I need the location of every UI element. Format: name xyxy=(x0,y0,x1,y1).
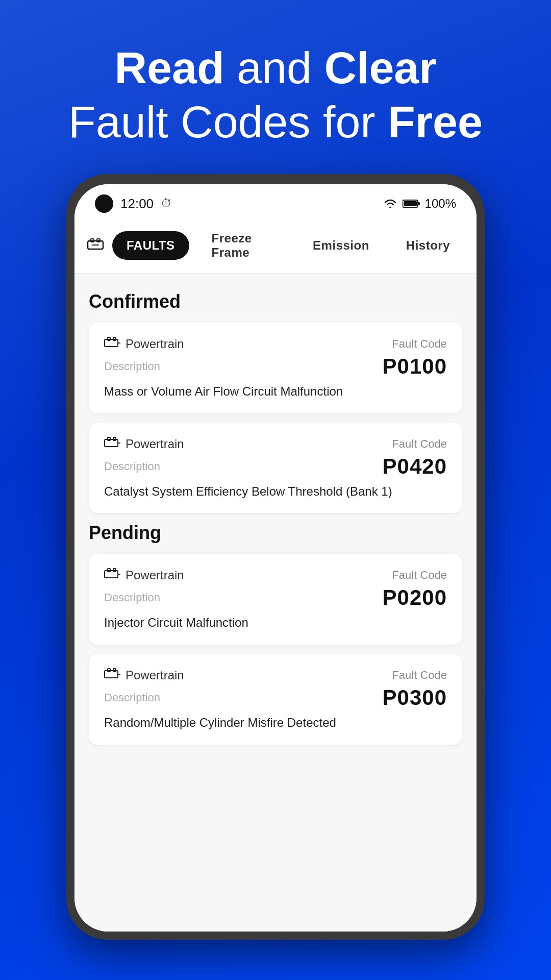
status-bar: 12:00 ⏱ 100% xyxy=(74,184,477,218)
tab-history[interactable]: History xyxy=(392,231,464,260)
fault-desc-p0420: Catalyst System Efficiency Below Thresho… xyxy=(104,483,447,500)
timer-icon: ⏱ xyxy=(161,197,172,210)
phone-notch xyxy=(245,174,306,183)
engine-icon-4 xyxy=(104,667,120,683)
fault-desc-p0300: Random/Multiple Cylinder Misfire Detecte… xyxy=(104,714,447,731)
fault-desc-p0100: Mass or Volume Air Flow Circuit Malfunct… xyxy=(104,383,447,400)
tab-bar: Faults Freeze Frame Emission History xyxy=(74,218,477,274)
system-powertrain-4: Powertrain xyxy=(104,667,184,683)
camera-icon xyxy=(95,194,113,213)
svg-rect-2 xyxy=(418,202,420,205)
status-time: 12:00 xyxy=(120,196,154,212)
fault-code-p0420: P0420 xyxy=(383,454,447,479)
hero-clear: Clear xyxy=(324,42,436,93)
wifi-icon xyxy=(383,199,397,209)
hero-free: Free xyxy=(388,96,483,147)
engine-icon-3 xyxy=(104,567,120,583)
status-left: 12:00 ⏱ xyxy=(95,194,172,213)
system-powertrain-2: Powertrain xyxy=(104,436,184,452)
tab-freeze-frame[interactable]: Freeze Frame xyxy=(197,224,291,267)
fault-code-p0100: P0100 xyxy=(383,354,447,379)
phone-device: 12:00 ⏱ 100% xyxy=(66,174,485,940)
fault-desc-p0200: Injector Circuit Malfunction xyxy=(104,614,447,631)
hero-section: Read and Clear Fault Codes for Free xyxy=(38,41,513,149)
hero-read: Read xyxy=(114,42,224,93)
fault-card-p0100[interactable]: Powertrain Fault Code Description P0100 … xyxy=(89,323,462,413)
system-powertrain-1: Powertrain xyxy=(104,336,184,352)
tab-emission[interactable]: Emission xyxy=(298,231,384,260)
svg-rect-1 xyxy=(404,201,417,206)
obd-icon xyxy=(87,237,104,255)
fault-code-p0200: P0200 xyxy=(383,585,447,610)
battery-icon xyxy=(403,199,420,208)
section-confirmed: Confirmed xyxy=(89,291,462,312)
fault-card-p0420[interactable]: Powertrain Fault Code Description P0420 … xyxy=(89,423,462,513)
section-pending: Pending xyxy=(89,522,462,544)
fault-card-p0300[interactable]: Powertrain Fault Code Description P0300 … xyxy=(89,654,462,745)
fault-code-p0300: P0300 xyxy=(383,685,447,710)
fault-card-p0200[interactable]: Powertrain Fault Code Description P0200 … xyxy=(89,554,462,645)
engine-icon-1 xyxy=(104,336,120,352)
status-right: 100% xyxy=(383,197,456,211)
system-powertrain-3: Powertrain xyxy=(104,567,184,583)
engine-icon-2 xyxy=(104,436,120,452)
hero-and: and xyxy=(237,42,324,93)
hero-subtitle: Fault Codes for xyxy=(68,96,388,147)
battery-text: 100% xyxy=(425,197,456,211)
phone-screen: 12:00 ⏱ 100% xyxy=(74,184,477,932)
tab-faults[interactable]: Faults xyxy=(112,231,189,260)
fault-list[interactable]: Confirmed Powertrain xyxy=(74,274,477,932)
